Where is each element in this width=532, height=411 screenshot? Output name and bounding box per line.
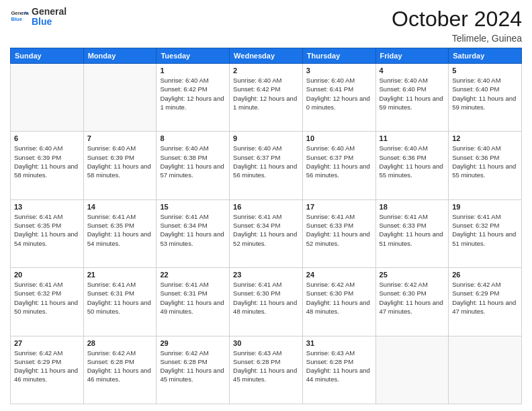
calendar-cell: 11Sunrise: 6:40 AMSunset: 6:36 PMDayligh… [375, 132, 449, 199]
title-block: October 2024 Telimele, Guinea [392, 7, 522, 44]
logo-icon: General Blue [10, 7, 29, 26]
day-number: 7 [87, 134, 153, 142]
day-number: 11 [380, 134, 445, 142]
day-number: 13 [14, 203, 80, 211]
weekday-header-friday: Friday [375, 48, 449, 64]
day-info: Sunrise: 6:42 AMSunset: 6:28 PMDaylight:… [87, 349, 153, 384]
calendar-cell [449, 336, 522, 404]
day-info: Sunrise: 6:41 AMSunset: 6:35 PMDaylight:… [14, 212, 80, 248]
calendar-cell: 22Sunrise: 6:41 AMSunset: 6:31 PMDayligh… [157, 268, 230, 336]
day-number: 22 [160, 271, 226, 279]
calendar-cell: 3Sunrise: 6:40 AMSunset: 6:41 PMDaylight… [302, 64, 375, 132]
calendar-cell: 13Sunrise: 6:41 AMSunset: 6:35 PMDayligh… [11, 199, 84, 267]
calendar-cell: 29Sunrise: 6:42 AMSunset: 6:28 PMDayligh… [157, 336, 230, 404]
calendar-cell: 2Sunrise: 6:40 AMSunset: 6:42 PMDaylight… [230, 64, 303, 132]
weekday-header-sunday: Sunday [11, 48, 84, 64]
day-info: Sunrise: 6:40 AMSunset: 6:42 PMDaylight:… [160, 76, 226, 111]
calendar-cell: 10Sunrise: 6:40 AMSunset: 6:37 PMDayligh… [302, 132, 375, 199]
calendar-cell: 4Sunrise: 6:40 AMSunset: 6:40 PMDaylight… [375, 64, 449, 132]
day-info: Sunrise: 6:43 AMSunset: 6:28 PMDaylight:… [306, 349, 372, 384]
day-info: Sunrise: 6:40 AMSunset: 6:37 PMDaylight:… [233, 144, 299, 179]
calendar-week-4: 20Sunrise: 6:41 AMSunset: 6:32 PMDayligh… [11, 268, 522, 336]
svg-text:Blue: Blue [11, 17, 22, 23]
calendar-cell: 23Sunrise: 6:41 AMSunset: 6:30 PMDayligh… [230, 268, 303, 336]
logo-line1: General [32, 7, 66, 17]
month-title: October 2024 [392, 7, 522, 32]
logo-wordmark: General Blue [32, 7, 66, 28]
logo-line2: Blue [32, 17, 66, 27]
day-info: Sunrise: 6:40 AMSunset: 6:36 PMDaylight:… [380, 144, 445, 179]
calendar-cell: 8Sunrise: 6:40 AMSunset: 6:38 PMDaylight… [157, 132, 230, 199]
day-number: 26 [452, 271, 518, 279]
calendar-table: SundayMondayTuesdayWednesdayThursdayFrid… [10, 48, 522, 404]
calendar-cell: 21Sunrise: 6:41 AMSunset: 6:31 PMDayligh… [83, 268, 157, 336]
calendar-cell: 15Sunrise: 6:41 AMSunset: 6:34 PMDayligh… [157, 199, 230, 267]
day-info: Sunrise: 6:40 AMSunset: 6:38 PMDaylight:… [160, 144, 226, 179]
calendar-cell: 19Sunrise: 6:41 AMSunset: 6:32 PMDayligh… [449, 199, 522, 267]
weekday-header-wednesday: Wednesday [230, 48, 303, 64]
weekday-header-tuesday: Tuesday [157, 48, 230, 64]
calendar-cell: 1Sunrise: 6:40 AMSunset: 6:42 PMDaylight… [157, 64, 230, 132]
day-number: 29 [160, 339, 226, 347]
day-number: 31 [306, 339, 372, 347]
calendar-cell: 24Sunrise: 6:42 AMSunset: 6:30 PMDayligh… [302, 268, 375, 336]
day-number: 21 [87, 271, 153, 279]
location: Telimele, Guinea [392, 33, 522, 44]
day-number: 20 [14, 271, 80, 279]
day-info: Sunrise: 6:41 AMSunset: 6:34 PMDaylight:… [233, 212, 299, 248]
day-info: Sunrise: 6:41 AMSunset: 6:31 PMDaylight:… [87, 280, 153, 316]
calendar-cell: 9Sunrise: 6:40 AMSunset: 6:37 PMDaylight… [230, 132, 303, 199]
day-number: 25 [380, 271, 445, 279]
calendar-cell: 18Sunrise: 6:41 AMSunset: 6:33 PMDayligh… [375, 199, 449, 267]
calendar-week-1: 1Sunrise: 6:40 AMSunset: 6:42 PMDaylight… [11, 64, 522, 132]
calendar-cell [83, 64, 157, 132]
day-number: 8 [160, 134, 226, 142]
weekday-header-monday: Monday [83, 48, 157, 64]
calendar-cell [11, 64, 84, 132]
day-number: 14 [87, 203, 153, 211]
day-number: 27 [14, 339, 80, 347]
calendar-cell: 31Sunrise: 6:43 AMSunset: 6:28 PMDayligh… [302, 336, 375, 404]
day-number: 1 [160, 66, 226, 75]
day-info: Sunrise: 6:43 AMSunset: 6:28 PMDaylight:… [233, 349, 299, 384]
day-number: 18 [380, 203, 445, 211]
page: General Blue General Blue October 2024 T… [0, 0, 532, 411]
day-number: 19 [452, 203, 518, 211]
calendar-week-5: 27Sunrise: 6:42 AMSunset: 6:29 PMDayligh… [11, 336, 522, 404]
day-number: 23 [233, 271, 299, 279]
day-number: 24 [306, 271, 372, 279]
day-info: Sunrise: 6:40 AMSunset: 6:40 PMDaylight:… [452, 76, 518, 111]
header: General Blue General Blue October 2024 T… [10, 7, 522, 44]
day-info: Sunrise: 6:41 AMSunset: 6:34 PMDaylight:… [160, 212, 226, 248]
weekday-header-row: SundayMondayTuesdayWednesdayThursdayFrid… [11, 48, 522, 64]
day-number: 2 [233, 66, 299, 75]
day-number: 28 [87, 339, 153, 347]
calendar-cell: 26Sunrise: 6:42 AMSunset: 6:29 PMDayligh… [449, 268, 522, 336]
day-info: Sunrise: 6:40 AMSunset: 6:39 PMDaylight:… [87, 144, 153, 179]
calendar-cell: 6Sunrise: 6:40 AMSunset: 6:39 PMDaylight… [11, 132, 84, 199]
day-number: 12 [452, 134, 518, 142]
calendar-week-2: 6Sunrise: 6:40 AMSunset: 6:39 PMDaylight… [11, 132, 522, 199]
day-info: Sunrise: 6:41 AMSunset: 6:33 PMDaylight:… [380, 212, 445, 248]
day-info: Sunrise: 6:42 AMSunset: 6:30 PMDaylight:… [306, 280, 372, 316]
calendar-cell: 27Sunrise: 6:42 AMSunset: 6:29 PMDayligh… [11, 336, 84, 404]
weekday-header-saturday: Saturday [449, 48, 522, 64]
day-number: 17 [306, 203, 372, 211]
calendar-week-3: 13Sunrise: 6:41 AMSunset: 6:35 PMDayligh… [11, 199, 522, 267]
day-info: Sunrise: 6:42 AMSunset: 6:28 PMDaylight:… [160, 349, 226, 384]
day-info: Sunrise: 6:40 AMSunset: 6:42 PMDaylight:… [233, 76, 299, 111]
day-number: 16 [233, 203, 299, 211]
day-info: Sunrise: 6:41 AMSunset: 6:35 PMDaylight:… [87, 212, 153, 248]
day-info: Sunrise: 6:41 AMSunset: 6:30 PMDaylight:… [233, 280, 299, 316]
day-info: Sunrise: 6:40 AMSunset: 6:36 PMDaylight:… [452, 144, 518, 179]
day-number: 5 [452, 66, 518, 75]
calendar-cell: 25Sunrise: 6:42 AMSunset: 6:30 PMDayligh… [375, 268, 449, 336]
weekday-header-thursday: Thursday [302, 48, 375, 64]
calendar-cell: 5Sunrise: 6:40 AMSunset: 6:40 PMDaylight… [449, 64, 522, 132]
calendar-cell: 17Sunrise: 6:41 AMSunset: 6:33 PMDayligh… [302, 199, 375, 267]
calendar-cell: 7Sunrise: 6:40 AMSunset: 6:39 PMDaylight… [83, 132, 157, 199]
day-info: Sunrise: 6:40 AMSunset: 6:40 PMDaylight:… [380, 76, 445, 111]
calendar-cell: 30Sunrise: 6:43 AMSunset: 6:28 PMDayligh… [230, 336, 303, 404]
day-info: Sunrise: 6:40 AMSunset: 6:37 PMDaylight:… [306, 144, 372, 179]
calendar-cell [375, 336, 449, 404]
